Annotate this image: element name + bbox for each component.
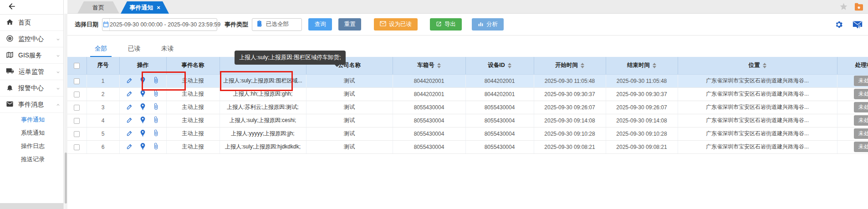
status-badge[interactable]: 未处理: [854, 128, 868, 139]
header-vehicle-no[interactable]: 车箱号: [393, 57, 465, 74]
paperclip-icon[interactable]: [153, 90, 159, 98]
mail-forward-icon[interactable]: [853, 20, 863, 31]
row-company: 测试: [306, 140, 393, 153]
status-badge[interactable]: 未处理: [854, 89, 868, 99]
sidebar-subitem-event-notice[interactable]: 事件通知: [0, 113, 63, 126]
export-button[interactable]: 导出: [430, 18, 462, 31]
row-checkbox[interactable]: [74, 131, 80, 137]
row-company: 测试: [306, 114, 393, 127]
edit-icon[interactable]: [126, 143, 133, 151]
sidebar-subitem-system-notice[interactable]: 系统通知: [0, 126, 63, 139]
header-device-id[interactable]: 设备ID: [465, 57, 534, 74]
row-checkbox[interactable]: [74, 92, 80, 97]
sidebar-item-alarm-center[interactable]: 报警中心: [0, 80, 63, 97]
paperclip-icon[interactable]: [153, 76, 159, 85]
filter-tab-unread[interactable]: 未读: [157, 45, 178, 57]
query-button[interactable]: 查询: [308, 18, 332, 31]
row-status-cell: 未处理: [837, 87, 868, 101]
edit-icon[interactable]: [126, 130, 133, 138]
edit-icon[interactable]: [126, 117, 133, 125]
sidebar-item-label: 运单监管: [19, 68, 44, 76]
select-all-checkbox[interactable]: [74, 63, 80, 69]
row-operations: [119, 127, 166, 140]
sidebar-item-gis-service[interactable]: GIS服务: [0, 47, 63, 64]
sort-icon[interactable]: [653, 63, 656, 68]
row-event-content[interactable]: 上报人:suly;上报原因:ceshi;: [220, 114, 306, 127]
export-button-label: 导出: [444, 20, 456, 28]
edit-icon[interactable]: [126, 77, 133, 85]
sort-icon[interactable]: [581, 63, 584, 68]
paperclip-icon[interactable]: [153, 129, 159, 138]
paperclip-icon[interactable]: [153, 103, 159, 112]
bell-icon: [6, 84, 14, 93]
sidebar-collapse-button[interactable]: [0, 0, 63, 15]
table-row[interactable]: 5 主动上报 上报人:yyyyy;上报原因:jjh; 测试 8055430004…: [67, 127, 868, 140]
header-end-time[interactable]: 结束时间: [606, 57, 678, 74]
sidebar-item-event-message[interactable]: 事件消息: [0, 97, 63, 113]
row-select-cell: [67, 87, 87, 101]
tab-home[interactable]: 首页: [77, 1, 119, 14]
paperclip-icon[interactable]: [153, 143, 159, 151]
filter-tab-label: 已读: [128, 45, 140, 52]
row-checkbox[interactable]: [74, 105, 80, 111]
status-badge[interactable]: 未处理: [854, 102, 868, 112]
row-event-content[interactable]: 上报人:hh;上报原因:ghh;: [220, 87, 306, 101]
status-badge[interactable]: 未处理: [854, 142, 868, 152]
paperclip-icon[interactable]: [153, 116, 159, 125]
event-content-tooltip: 上报人:suly;上报原因:围栏区域停车卸货;: [235, 51, 346, 65]
sort-icon[interactable]: [437, 63, 441, 68]
status-badge[interactable]: 未处理: [854, 115, 868, 126]
analyze-button-label: 分析: [486, 20, 498, 28]
mark-read-button[interactable]: 设为已读: [374, 18, 418, 31]
edit-icon[interactable]: [126, 90, 133, 98]
sidebar-subitem-operation-log[interactable]: 操作日志: [0, 139, 63, 153]
row-checkbox[interactable]: [74, 118, 80, 124]
table-row[interactable]: 1 主动上报 上报人:suly;上报原因:围栏区域... 测试 80442020…: [67, 74, 868, 87]
sidebar-item-home[interactable]: 首页: [0, 15, 63, 31]
settings-sync-icon[interactable]: [834, 20, 843, 31]
row-event-content[interactable]: 上报人:suly;上报原因:围栏区域...: [220, 74, 306, 87]
location-pin-icon[interactable]: [140, 103, 146, 112]
row-event-content[interactable]: 上报人:苏利云;上报原因:测试;: [220, 101, 306, 114]
date-range-value[interactable]: 2025-09-30 00:00:00 - 2025-09-30 23:59:5…: [110, 21, 220, 28]
sidebar-item-waybill-supervision[interactable]: 运单监管: [0, 64, 63, 80]
filter-tab-all[interactable]: 全部: [90, 45, 112, 57]
analyze-button[interactable]: 分析: [472, 18, 504, 31]
location-pin-icon[interactable]: [140, 143, 146, 151]
select-all-header: [67, 57, 87, 74]
location-pin-icon[interactable]: [140, 116, 146, 125]
sidebar-item-monitor-center[interactable]: 监控中心: [0, 31, 63, 47]
row-event-content[interactable]: 上报人:suly;上报原因:hjdkdkdk;: [220, 140, 306, 153]
row-event-content[interactable]: 上报人:yyyyy;上报原因:jjh;: [220, 127, 306, 140]
table-row[interactable]: 2 主动上报 上报人:hh;上报原因:ghh; 测试 8044202001 80…: [67, 87, 868, 101]
filter-tab-read[interactable]: 已读: [123, 45, 145, 57]
header-location[interactable]: 位置: [678, 57, 837, 74]
event-type-select[interactable]: 已选全部: [252, 18, 302, 31]
location-pin-icon[interactable]: [140, 76, 146, 85]
tab-event-notice[interactable]: 事件通知 ×: [121, 1, 169, 14]
row-seq: 6: [87, 140, 119, 153]
row-start-time: 2025-09-30 09:26:07: [534, 101, 606, 114]
close-icon[interactable]: ×: [157, 4, 160, 11]
sidebar-subitem-push-record[interactable]: 推送记录: [0, 153, 63, 166]
table-row[interactable]: 3 主动上报 上报人:苏利云;上报原因:测试; 测试 8055430004 80…: [67, 101, 868, 114]
edit-icon[interactable]: [126, 103, 133, 112]
table-row[interactable]: 6 主动上报 上报人:suly;上报原因:hjdkdkdk; 测试 805543…: [67, 140, 868, 153]
status-badge[interactable]: 未处理: [854, 76, 868, 86]
header-start-time[interactable]: 开始时间: [534, 57, 606, 74]
reset-button[interactable]: 重置: [338, 18, 361, 31]
date-range-input[interactable]: 2025-09-30 00:00:00 - 2025-09-30 23:59:5…: [102, 18, 217, 31]
row-checkbox[interactable]: [74, 78, 80, 84]
table-row[interactable]: 4 主动上报 上报人:suly;上报原因:ceshi; 测试 805543000…: [67, 114, 868, 127]
row-status-cell: 未处理: [837, 114, 868, 127]
favorites-folder-icon[interactable]: [854, 3, 863, 13]
row-operations: [119, 74, 166, 87]
star-icon[interactable]: [839, 2, 848, 13]
row-start-time: 2025-09-30 09:10:28: [534, 127, 606, 140]
location-pin-icon[interactable]: [140, 129, 146, 138]
sort-icon[interactable]: [508, 63, 511, 68]
sort-icon[interactable]: [763, 63, 766, 68]
row-checkbox[interactable]: [74, 144, 80, 150]
vertical-scrollbar-thumb[interactable]: [65, 153, 67, 204]
location-pin-icon[interactable]: [140, 90, 146, 98]
